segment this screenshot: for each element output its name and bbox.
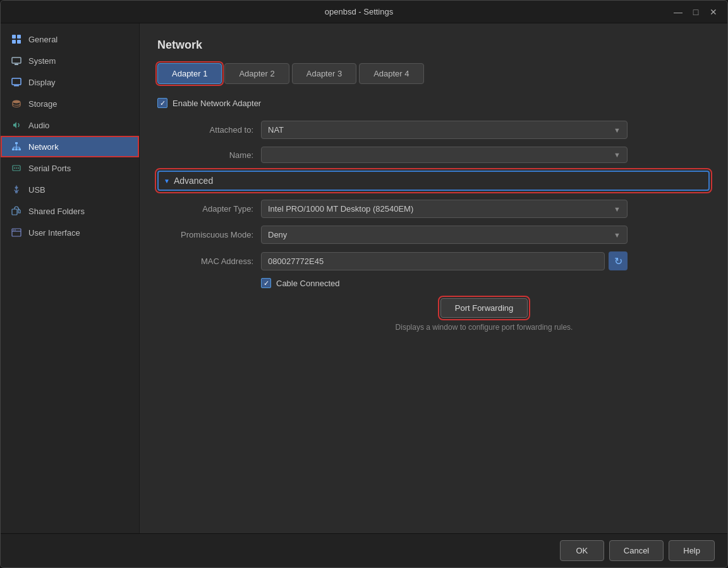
titlebar: openbsd - Settings — □ ✕	[1, 1, 727, 23]
sidebar-label-shared: Shared Folders	[28, 207, 85, 216]
tab-adapter1[interactable]: Adapter 1	[157, 63, 222, 84]
window-title: openbsd - Settings	[46, 7, 672, 16]
enable-network-checkbox[interactable]: ✓	[157, 98, 167, 108]
settings-window: openbsd - Settings — □ ✕ General System	[0, 0, 728, 568]
promiscuous-chevron-icon: ▼	[614, 231, 621, 239]
sidebar-item-network[interactable]: Network	[1, 136, 139, 157]
system-icon	[11, 55, 22, 66]
cable-row: ✓ Cable Connected	[157, 278, 710, 288]
port-forwarding-section: Port Forwarding Displays a window to con…	[157, 298, 710, 332]
display-icon	[11, 76, 22, 88]
mac-label: MAC Address:	[160, 257, 261, 266]
sidebar-item-general[interactable]: General	[1, 28, 139, 50]
sidebar-item-audio[interactable]: Audio	[1, 114, 139, 136]
audio-icon	[11, 119, 22, 131]
mac-input[interactable]	[261, 252, 605, 270]
name-wrap: ▼	[261, 147, 628, 163]
svg-rect-3	[17, 40, 21, 44]
sidebar-item-storage[interactable]: Storage	[1, 93, 139, 114]
promiscuous-dropdown[interactable]: Deny ▼	[261, 226, 628, 244]
sidebar-label-usb: USB	[28, 185, 46, 195]
adapter-type-row: Adapter Type: Intel PRO/1000 MT Desktop …	[157, 200, 710, 218]
svg-rect-5	[15, 64, 18, 65]
svg-rect-2	[12, 40, 16, 44]
cable-connected-checkbox[interactable]: ✓	[261, 278, 271, 288]
bottom-bar: OK Cancel Help	[1, 533, 727, 567]
svg-rect-4	[12, 57, 21, 63]
svg-rect-23	[12, 209, 17, 215]
svg-point-27	[15, 229, 16, 231]
port-forwarding-description: Displays a window to configure port forw…	[396, 323, 573, 332]
sidebar-label-storage: Storage	[28, 99, 58, 109]
sidebar-label-ui: User Interface	[28, 228, 80, 238]
sidebar-item-system[interactable]: System	[1, 50, 139, 71]
adapter-type-chevron-icon: ▼	[614, 205, 621, 213]
close-button[interactable]: ✕	[707, 7, 720, 17]
storage-icon	[11, 98, 22, 109]
name-chevron-icon: ▼	[614, 151, 621, 159]
mac-row: MAC Address: ↻	[157, 251, 710, 270]
promiscuous-row: Promiscuous Mode: Deny ▼	[157, 226, 710, 244]
advanced-header[interactable]: ▼ Advanced	[157, 171, 710, 191]
promiscuous-wrap: Deny ▼	[261, 226, 628, 244]
svg-rect-10	[12, 148, 15, 150]
svg-point-21	[18, 167, 19, 169]
advanced-label: Advanced	[174, 176, 213, 186]
svg-point-8	[13, 100, 20, 104]
sidebar-item-shared[interactable]: Shared Folders	[1, 200, 139, 222]
tab-adapter3[interactable]: Adapter 3	[292, 63, 356, 84]
svg-rect-1	[17, 35, 21, 39]
tab-adapter2[interactable]: Adapter 2	[224, 63, 289, 84]
usb-icon	[11, 184, 22, 195]
name-row: Name: ▼	[157, 147, 710, 163]
page-title: Network	[157, 39, 710, 52]
svg-rect-9	[15, 142, 18, 144]
cable-connected-label: Cable Connected	[276, 279, 339, 288]
sidebar-item-display[interactable]: Display	[1, 71, 139, 93]
sidebar-label-system: System	[28, 56, 56, 66]
name-label: Name:	[160, 150, 261, 160]
sidebar-label-general: General	[28, 35, 58, 44]
shared-icon	[11, 205, 22, 217]
port-forwarding-button[interactable]: Port Forwarding	[440, 298, 528, 318]
tab-adapter4[interactable]: Adapter 4	[359, 63, 423, 84]
adapter-type-label: Adapter Type:	[160, 204, 261, 214]
adapter-type-wrap: Intel PRO/1000 MT Desktop (82540EM) ▼	[261, 200, 628, 218]
mac-refresh-button[interactable]: ↻	[609, 251, 628, 270]
titlebar-controls: — □ ✕	[672, 7, 720, 17]
ui-icon	[11, 227, 22, 238]
svg-rect-0	[12, 35, 16, 39]
mac-input-wrap: ↻	[261, 251, 628, 270]
attached-to-label: Attached to:	[160, 125, 261, 135]
sidebar-item-ui[interactable]: User Interface	[1, 222, 139, 243]
promiscuous-label: Promiscuous Mode:	[160, 230, 261, 239]
svg-rect-12	[18, 148, 21, 150]
svg-rect-11	[15, 148, 18, 150]
attached-to-wrap: NAT ▼	[261, 121, 628, 139]
name-dropdown[interactable]: ▼	[261, 147, 628, 163]
sidebar: General System Display Storage	[1, 23, 140, 533]
sidebar-label-display: Display	[28, 78, 56, 87]
content-area: General System Display Storage	[1, 23, 727, 533]
sidebar-label-serial: Serial Ports	[28, 164, 71, 173]
svg-point-20	[16, 167, 17, 169]
svg-rect-6	[12, 78, 21, 85]
ok-button[interactable]: OK	[560, 540, 604, 561]
general-icon	[11, 33, 22, 45]
svg-point-26	[13, 229, 15, 231]
attached-to-dropdown[interactable]: NAT ▼	[261, 121, 628, 139]
sidebar-item-usb[interactable]: USB	[1, 179, 139, 200]
minimize-button[interactable]: —	[672, 7, 684, 17]
sidebar-item-serial[interactable]: Serial Ports	[1, 157, 139, 179]
adapter-type-dropdown[interactable]: Intel PRO/1000 MT Desktop (82540EM) ▼	[261, 200, 628, 218]
serial-icon	[11, 162, 22, 174]
sidebar-label-network: Network	[28, 142, 59, 152]
cancel-button[interactable]: Cancel	[609, 540, 664, 561]
chevron-down-icon: ▼	[614, 126, 621, 134]
help-button[interactable]: Help	[669, 540, 715, 561]
adapter-tabs: Adapter 1 Adapter 2 Adapter 3 Adapter 4	[157, 63, 710, 84]
network-icon	[11, 141, 22, 152]
maximize-button[interactable]: □	[689, 7, 702, 17]
main-panel: Network Adapter 1 Adapter 2 Adapter 3 Ad…	[140, 23, 727, 533]
attached-to-row: Attached to: NAT ▼	[157, 121, 710, 139]
